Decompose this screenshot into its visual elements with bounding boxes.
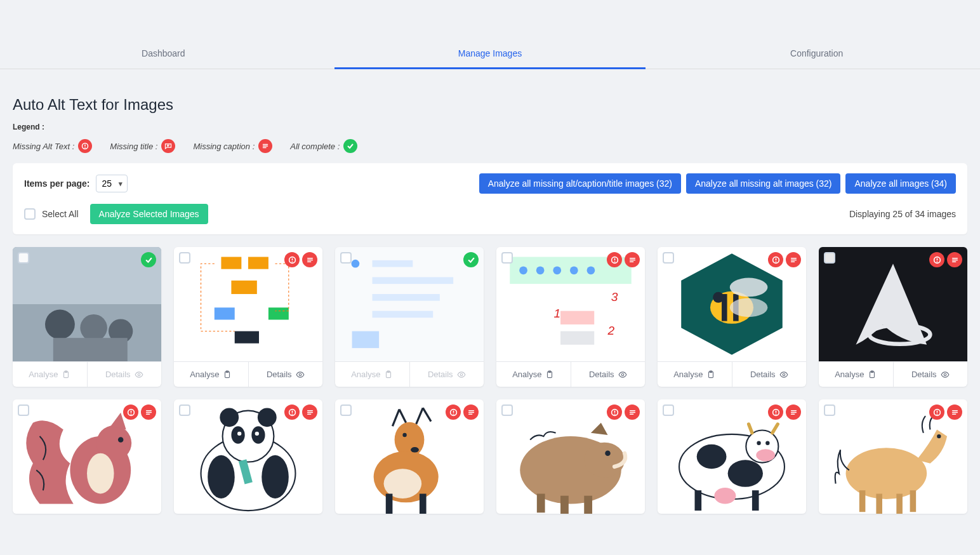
image-thumbnail[interactable] [335, 399, 484, 514]
status-missing-caption-icon [625, 405, 640, 420]
svg-point-16 [138, 373, 140, 376]
image-thumbnail[interactable] [658, 399, 806, 514]
image-thumbnail[interactable] [174, 399, 322, 514]
image-thumbnail[interactable]: 312 [496, 247, 645, 361]
tab-configuration[interactable]: Configuration [653, 38, 980, 69]
svg-point-134 [411, 447, 419, 453]
status-missing-alt-icon [768, 252, 783, 267]
analyze-selected-button[interactable]: Analyze Selected Images [90, 204, 208, 224]
legend-missing-title: Missing title : [110, 139, 175, 153]
svg-point-77 [730, 298, 768, 317]
svg-point-162 [714, 488, 736, 504]
image-select-checkbox[interactable] [18, 252, 29, 264]
image-select-checkbox[interactable] [179, 252, 190, 264]
image-select-checkbox[interactable] [501, 405, 513, 416]
image-select-checkbox[interactable] [501, 252, 513, 264]
card-actions: Analyse Details [819, 361, 967, 387]
svg-text:1: 1 [553, 307, 560, 320]
svg-rect-163 [695, 490, 702, 511]
svg-rect-146 [560, 496, 569, 514]
select-all-checkbox[interactable] [24, 208, 36, 220]
image-thumbnail[interactable] [819, 247, 967, 361]
svg-text:3: 3 [611, 290, 618, 304]
status-missing-alt-icon [446, 405, 461, 420]
clipboard-icon [62, 370, 70, 379]
image-card [335, 399, 484, 514]
image-select-checkbox[interactable] [663, 405, 674, 416]
image-select-checkbox[interactable] [663, 252, 674, 264]
svg-rect-177 [910, 490, 917, 512]
status-badges [284, 405, 317, 420]
status-complete-icon [141, 252, 156, 267]
image-select-checkbox[interactable] [179, 405, 190, 416]
items-per-page-select[interactable]: 25 [96, 175, 128, 192]
analyse-button: Analyse [13, 362, 87, 387]
status-badges [446, 405, 479, 420]
clipboard-icon [706, 370, 715, 379]
status-missing-alt-icon [768, 405, 783, 420]
image-thumbnail[interactable] [819, 399, 967, 514]
status-missing-alt-icon [607, 405, 622, 420]
image-thumbnail[interactable] [13, 247, 161, 361]
image-thumbnail[interactable] [496, 399, 645, 514]
svg-point-76 [730, 278, 768, 297]
svg-point-105 [292, 413, 293, 414]
eye-icon [779, 370, 788, 379]
clipboard-icon [868, 370, 877, 379]
analyse-button[interactable]: Analyse [496, 362, 571, 387]
analyse-button[interactable]: Analyse [658, 362, 732, 387]
select-all-label: Select All [42, 209, 79, 219]
svg-point-116 [237, 432, 241, 436]
analyse-button[interactable]: Analyse [819, 362, 893, 387]
image-select-checkbox[interactable] [340, 252, 352, 264]
clipboard-icon [384, 370, 393, 379]
display-count: Displaying 25 of 34 images [849, 209, 956, 219]
image-thumbnail[interactable] [658, 247, 806, 361]
status-missing-alt-icon [284, 405, 300, 420]
svg-point-55 [587, 266, 595, 274]
svg-rect-145 [537, 494, 545, 513]
svg-rect-60 [560, 331, 594, 345]
card-actions: Analyse Details [658, 361, 806, 387]
status-badges [284, 252, 317, 267]
card-actions: Analyse Details [335, 361, 484, 387]
image-select-checkbox[interactable] [824, 252, 835, 264]
analyze-all-images-button[interactable]: Analyze all images (34) [845, 173, 956, 194]
details-button[interactable]: Details [893, 362, 968, 387]
image-thumbnail[interactable] [13, 399, 161, 514]
svg-rect-59 [560, 311, 594, 324]
svg-point-161 [765, 441, 769, 445]
image-thumbnail[interactable] [174, 247, 322, 361]
details-button[interactable]: Details [732, 362, 807, 387]
missing-title-icon [161, 139, 175, 153]
legend-missing-caption: Missing caption : [193, 139, 272, 153]
legend-missing-alt-label: Missing Alt Text : [13, 142, 74, 151]
status-missing-alt-icon [929, 405, 944, 420]
tab-manage-images[interactable]: Manage Images [327, 38, 654, 69]
eye-icon [618, 370, 627, 379]
details-button[interactable]: Details [248, 362, 323, 387]
analyze-all-missing-alt-button[interactable]: Analyze all missing alt images (32) [686, 173, 841, 194]
svg-point-150 [776, 413, 776, 414]
analyse-button[interactable]: Analyse [174, 362, 248, 387]
details-button[interactable]: Details [571, 362, 646, 387]
svg-point-157 [728, 460, 763, 487]
legend-all-complete: All complete : [290, 139, 357, 153]
status-badges [607, 252, 640, 267]
tab-dashboard[interactable]: Dashboard [0, 38, 327, 69]
image-select-checkbox[interactable] [340, 405, 352, 416]
card-actions: Analyse Details [496, 361, 645, 387]
image-thumbnail[interactable] [335, 247, 484, 361]
svg-text:2: 2 [607, 324, 615, 337]
legend-heading: Legend : [13, 123, 967, 131]
image-card [819, 399, 967, 514]
image-select-checkbox[interactable] [824, 405, 835, 416]
analyze-all-missing-act-button[interactable]: Analyze all missing alt/caption/title im… [479, 173, 681, 194]
svg-rect-38 [373, 311, 434, 318]
svg-rect-164 [752, 490, 759, 511]
legend-missing-title-label: Missing title : [110, 142, 157, 151]
svg-point-102 [87, 453, 114, 494]
svg-point-42 [460, 373, 463, 376]
eye-icon [135, 370, 143, 379]
image-select-checkbox[interactable] [18, 405, 29, 416]
